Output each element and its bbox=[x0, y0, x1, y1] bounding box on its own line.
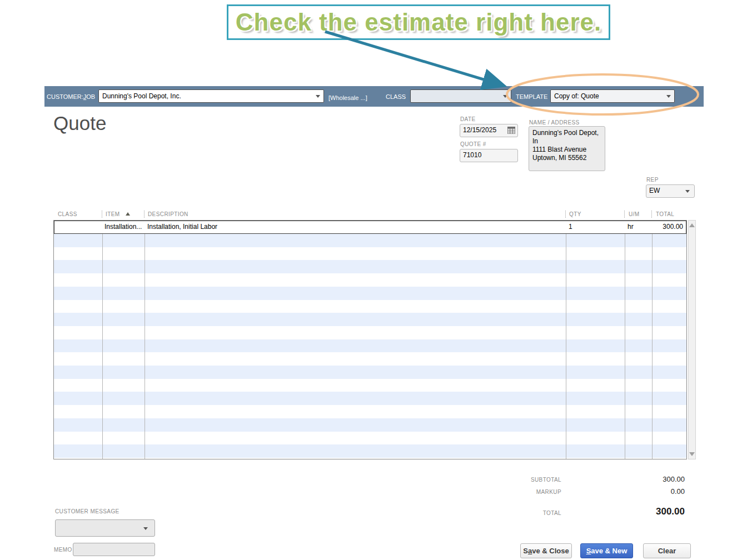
quote-number-label: QUOTE # bbox=[460, 141, 486, 147]
save-close-label-post: ve & Close bbox=[532, 547, 569, 555]
subtotal-value: 300.00 bbox=[628, 475, 685, 483]
column-separator bbox=[102, 211, 102, 218]
rep-dropdown[interactable]: EW bbox=[646, 184, 695, 198]
chevron-down-icon bbox=[503, 95, 507, 98]
total-label: TOTAL bbox=[500, 510, 561, 516]
class-dropdown[interactable] bbox=[410, 89, 511, 103]
chevron-down-icon bbox=[666, 95, 671, 98]
template-value: Copy of: Quote bbox=[554, 92, 599, 100]
annotation-callout: Check the estimate right here. bbox=[227, 4, 610, 40]
line-items-table-header: CLASS ITEM DESCRIPTION QTY U/M TOTAL bbox=[53, 209, 686, 220]
cell-total[interactable]: 300.00 bbox=[654, 223, 683, 231]
column-separator bbox=[651, 211, 652, 218]
date-label: DATE bbox=[460, 116, 476, 122]
customer-job-value: Dunning's Pool Depot, Inc. bbox=[102, 92, 181, 100]
chevron-down-icon bbox=[685, 190, 690, 193]
column-header-class[interactable]: CLASS bbox=[58, 211, 77, 217]
cell-qty[interactable]: 1 bbox=[569, 223, 621, 231]
page-title: Quote bbox=[53, 112, 106, 134]
quote-number-value: 71010 bbox=[463, 151, 481, 159]
cell-item[interactable]: Installation... bbox=[104, 223, 143, 231]
scroll-up-icon[interactable] bbox=[689, 221, 695, 229]
customer-job-label: CUSTOMER:JOB bbox=[47, 93, 95, 100]
transaction-header-bar: CUSTOMER:JOB Dunning's Pool Depot, Inc. … bbox=[44, 86, 704, 107]
quote-form-window: Check the estimate right here. CUSTOMER:… bbox=[0, 0, 747, 560]
column-line bbox=[625, 221, 625, 459]
customer-job-label-post: OB bbox=[86, 93, 95, 100]
save-close-button[interactable]: Save & Close bbox=[520, 543, 572, 558]
class-label: CLASS bbox=[386, 93, 406, 100]
customer-message-label: CUSTOMER MESSAGE bbox=[55, 508, 119, 514]
chevron-down-icon bbox=[316, 95, 320, 98]
column-separator bbox=[624, 211, 625, 218]
name-address-field[interactable]: Dunning's Pool Depot, In 1111 Blast Aven… bbox=[529, 126, 605, 171]
table-row[interactable]: Installation... Installation, Initial La… bbox=[54, 221, 686, 234]
clear-button[interactable]: Clear bbox=[643, 543, 691, 558]
address-line-1: Dunning's Pool Depot, In bbox=[532, 129, 601, 146]
column-header-total[interactable]: TOTAL bbox=[656, 211, 674, 217]
annotation-callout-text: Check the estimate right here. bbox=[236, 8, 601, 36]
column-header-qty[interactable]: QTY bbox=[569, 211, 581, 217]
name-address-label: NAME / ADDRESS bbox=[529, 119, 580, 126]
empty-rows-stripes bbox=[54, 234, 686, 459]
customer-message-dropdown[interactable] bbox=[55, 519, 155, 537]
column-separator bbox=[565, 211, 566, 218]
chevron-down-icon bbox=[143, 527, 148, 530]
line-items-table-body[interactable]: Installation... Installation, Initial La… bbox=[53, 220, 687, 459]
subtotal-label: SUBTOTAL bbox=[500, 477, 561, 483]
rep-value: EW bbox=[649, 187, 660, 194]
wholesale-tag: [Wholesale ...] bbox=[328, 94, 367, 101]
column-header-item[interactable]: ITEM bbox=[106, 211, 120, 217]
customer-job-label-pre: CUSTOMER: bbox=[47, 93, 83, 100]
column-separator bbox=[144, 211, 145, 218]
save-new-button[interactable]: Save & New bbox=[580, 543, 633, 558]
customer-message-value bbox=[56, 524, 59, 532]
column-header-description[interactable]: DESCRIPTION bbox=[148, 211, 188, 217]
address-line-3: Uptown, MI 55562 bbox=[532, 154, 601, 162]
markup-value: 0.00 bbox=[628, 487, 685, 496]
scroll-down-icon[interactable] bbox=[689, 450, 695, 458]
date-value: 12/15/2025 bbox=[463, 126, 496, 134]
cell-um[interactable]: hr bbox=[628, 223, 651, 231]
column-line bbox=[145, 221, 145, 459]
column-header-um[interactable]: U/M bbox=[629, 211, 640, 217]
memo-input[interactable] bbox=[73, 543, 155, 556]
sort-ascending-icon bbox=[126, 212, 130, 216]
clear-button-label: Clear bbox=[658, 547, 676, 555]
column-line bbox=[652, 221, 653, 459]
address-line-2: 1111 Blast Avenue bbox=[532, 146, 601, 154]
column-line bbox=[566, 221, 566, 459]
memo-label: MEMO bbox=[54, 547, 72, 553]
rep-label: REP bbox=[646, 177, 659, 183]
calendar-icon[interactable] bbox=[507, 127, 515, 134]
save-new-label-post: ave & New bbox=[591, 547, 627, 555]
save-close-label-pre: S bbox=[523, 547, 528, 555]
save-new-label-mnemonic: S bbox=[586, 547, 591, 555]
customer-job-dropdown[interactable]: Dunning's Pool Depot, Inc. bbox=[98, 89, 324, 103]
template-dropdown[interactable]: Copy of: Quote bbox=[550, 89, 675, 103]
quote-number-field[interactable]: 71010 bbox=[460, 149, 518, 162]
date-field[interactable]: 12/15/2025 bbox=[460, 124, 518, 137]
template-label: TEMPLATE bbox=[516, 93, 547, 100]
total-value: 300.00 bbox=[628, 506, 685, 517]
cell-description[interactable]: Installation, Initial Labor bbox=[147, 223, 559, 231]
column-line bbox=[102, 221, 103, 459]
markup-label: MARKUP bbox=[500, 489, 561, 495]
table-scrollbar[interactable] bbox=[688, 220, 696, 459]
